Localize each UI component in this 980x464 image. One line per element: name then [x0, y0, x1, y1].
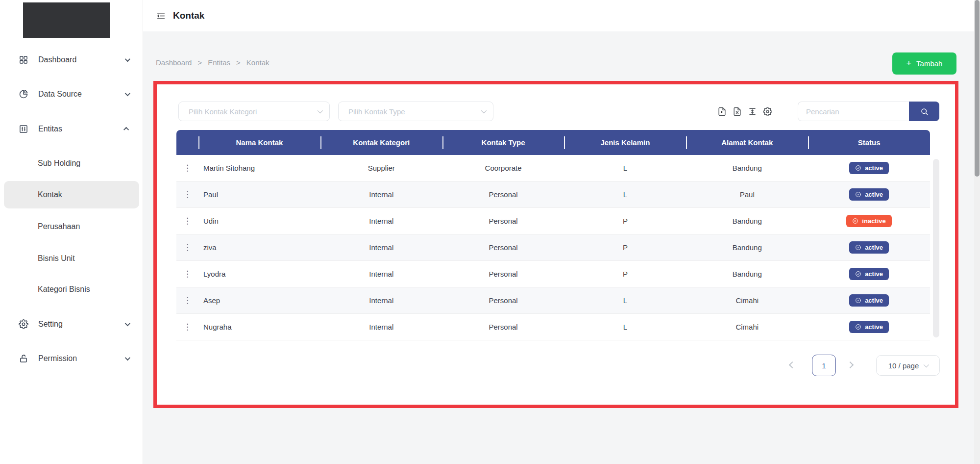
- cell-alamat: Bandung: [686, 155, 808, 181]
- status-label: active: [865, 297, 883, 304]
- cell-type: Personal: [442, 181, 564, 207]
- header-cell-alamat: Alamat Kontak: [686, 130, 808, 155]
- chevron-down-icon: [125, 56, 130, 62]
- sidebar-item-setting[interactable]: Setting: [19, 315, 129, 333]
- breadcrumb-entitas[interactable]: Entitas: [208, 58, 230, 67]
- sidebar-item-kontak[interactable]: Kontak: [38, 186, 62, 204]
- add-button[interactable]: + Tambah: [892, 52, 956, 75]
- cell-nama: Martin Sitohang: [198, 155, 320, 181]
- table-settings-gear-icon[interactable]: [763, 107, 772, 116]
- kontak-type-select[interactable]: Pilih Kontak Type: [338, 102, 493, 121]
- cell-alamat: Cimahi: [686, 287, 808, 313]
- cell-kategori: Internal: [320, 181, 442, 207]
- plus-icon: +: [906, 58, 912, 69]
- sidebar-item-dashboard[interactable]: Dashboard: [19, 51, 129, 69]
- row-menu-icon[interactable]: ⋮: [183, 323, 192, 331]
- cell-alamat: Paul: [686, 181, 808, 207]
- sidebar-item-kategori-bisnis[interactable]: Kategori Bisnis: [38, 281, 90, 298]
- logo-placeholder: [23, 2, 110, 38]
- table-row[interactable]: ⋮ Martin Sitohang Supplier Coorporate L …: [176, 155, 930, 181]
- kontak-kategori-select[interactable]: Pilih Kontak Kategori: [178, 102, 330, 121]
- table-header: Nama Kontak Kontak Kategori Kontak Type …: [176, 130, 930, 155]
- sidebar-item-sub-holding[interactable]: Sub Holding: [38, 155, 80, 172]
- row-menu-icon[interactable]: ⋮: [183, 217, 192, 225]
- cell-alamat: Bandung: [686, 208, 808, 234]
- cell-nama: Udin: [198, 208, 320, 234]
- breadcrumb-dashboard[interactable]: Dashboard: [156, 58, 192, 67]
- header-cell-jenis-kelamin: Jenis Kelamin: [564, 130, 686, 155]
- table-row[interactable]: ⋮ ziva Internal Personal P Bandung activ…: [176, 234, 930, 261]
- cell-type: Personal: [442, 261, 564, 287]
- file-excel-icon[interactable]: [733, 107, 742, 116]
- sidebar-item-label: Permission: [38, 354, 115, 363]
- pie-chart-icon: [19, 89, 28, 99]
- header-cell-type: Kontak Type: [442, 130, 564, 155]
- table-scrollbar[interactable]: [933, 159, 939, 337]
- table-row[interactable]: ⋮ Paul Internal Personal L Paul active: [176, 181, 930, 208]
- file-pdf-icon[interactable]: [717, 107, 727, 116]
- subnav-label: Bisnis Unit: [38, 254, 75, 263]
- cell-kategori: Internal: [320, 314, 442, 340]
- page-size-select[interactable]: 10 / page: [876, 355, 940, 376]
- status-label: inactive: [862, 217, 885, 225]
- sidebar-item-label: Setting: [38, 320, 115, 329]
- cell-jenis: L: [564, 287, 686, 313]
- sidebar-item-perusahaan[interactable]: Perusahaan: [38, 218, 80, 235]
- sidebar-item-bisnis-unit[interactable]: Bisnis Unit: [38, 250, 75, 267]
- cell-jenis: L: [564, 155, 686, 181]
- pagination-page-1[interactable]: 1: [812, 355, 836, 376]
- subnav-label: Perusahaan: [38, 222, 80, 231]
- header-cell-nama: Nama Kontak: [198, 130, 320, 155]
- breadcrumb: Dashboard > Entitas > Kontak: [156, 58, 269, 67]
- breadcrumb-kontak[interactable]: Kontak: [246, 58, 270, 67]
- page-size-value: 10 / page: [888, 361, 919, 370]
- check-circle-icon: [855, 165, 861, 171]
- status-label: active: [865, 191, 883, 198]
- check-circle-icon: [855, 271, 861, 277]
- row-menu-icon[interactable]: ⋮: [183, 164, 192, 172]
- cell-jenis: L: [564, 181, 686, 207]
- kontak-type-placeholder: Pilih Kontak Type: [348, 107, 481, 116]
- status-badge: active: [849, 241, 889, 254]
- column-height-icon[interactable]: [748, 107, 757, 116]
- cell-nama: ziva: [198, 234, 320, 260]
- sidebar-item-label: Data Source: [38, 90, 115, 99]
- topbar: Kontak: [143, 0, 980, 31]
- table-row[interactable]: ⋮ Asep Internal Personal L Cimahi active: [176, 287, 930, 314]
- cell-kategori: Internal: [320, 208, 442, 234]
- chevron-up-icon: [123, 127, 129, 132]
- header-cell-status: Status: [808, 130, 930, 155]
- table-row[interactable]: ⋮ Udin Internal Personal P Bandung inact…: [176, 208, 930, 234]
- row-menu-icon[interactable]: ⋮: [183, 296, 192, 305]
- cell-nama: Nugraha: [198, 314, 320, 340]
- dashboard-grid-icon: [19, 55, 28, 65]
- cell-type: Coorporate: [442, 155, 564, 181]
- sidebar-item-permission[interactable]: Permission: [19, 350, 129, 367]
- page-scrollbar-thumb[interactable]: [975, 0, 980, 177]
- cell-jenis: P: [564, 208, 686, 234]
- row-menu-icon[interactable]: ⋮: [183, 270, 192, 278]
- cell-jenis: P: [564, 234, 686, 260]
- sidebar-item-entitas[interactable]: Entitas: [19, 120, 129, 138]
- add-button-label: Tambah: [916, 59, 942, 68]
- cell-type: Personal: [442, 208, 564, 234]
- x-circle-icon: [852, 218, 858, 224]
- row-menu-icon[interactable]: ⋮: [183, 243, 192, 252]
- unlock-icon: [19, 354, 28, 363]
- cell-nama: Asep: [198, 287, 320, 313]
- status-badge: active: [849, 162, 889, 174]
- status-badge: inactive: [846, 215, 891, 227]
- cell-kategori: Internal: [320, 261, 442, 287]
- search-input[interactable]: [798, 102, 909, 121]
- search-group: [798, 102, 939, 121]
- page-title: Kontak: [173, 10, 204, 21]
- table-row[interactable]: ⋮ Nugraha Internal Personal L Cimahi act…: [176, 314, 930, 340]
- cell-type: Personal: [442, 314, 564, 340]
- status-label: active: [865, 270, 883, 278]
- table-row[interactable]: ⋮ Lyodra Internal Personal P Bandung act…: [176, 261, 930, 287]
- menu-fold-icon[interactable]: [156, 11, 166, 21]
- search-button[interactable]: [909, 102, 939, 121]
- sidebar-item-data-source[interactable]: Data Source: [19, 85, 129, 103]
- page-scrollbar[interactable]: [974, 0, 980, 464]
- row-menu-icon[interactable]: ⋮: [183, 190, 192, 199]
